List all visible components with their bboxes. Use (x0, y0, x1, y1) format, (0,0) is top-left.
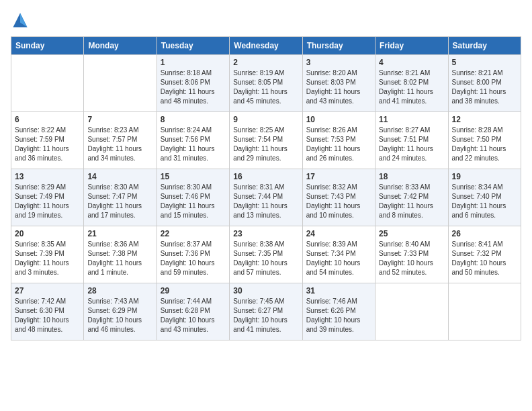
day-info: Sunrise: 8:38 AM Sunset: 7:35 PM Dayligh… (233, 240, 298, 277)
day-number: 9 (233, 115, 298, 124)
calendar-cell: 22Sunrise: 8:37 AM Sunset: 7:36 PM Dayli… (157, 226, 229, 283)
day-number: 28 (87, 286, 152, 295)
header-monday: Monday (84, 37, 157, 55)
calendar-week-3: 13Sunrise: 8:29 AM Sunset: 7:49 PM Dayli… (11, 169, 521, 226)
calendar-cell: 2Sunrise: 8:19 AM Sunset: 8:05 PM Daylig… (230, 55, 302, 112)
day-info: Sunrise: 7:42 AM Sunset: 6:30 PM Dayligh… (15, 297, 80, 334)
calendar-cell: 13Sunrise: 8:29 AM Sunset: 7:49 PM Dayli… (11, 169, 84, 226)
header-saturday: Saturday (448, 37, 521, 55)
calendar-cell: 18Sunrise: 8:33 AM Sunset: 7:42 PM Dayli… (375, 169, 448, 226)
day-number: 14 (87, 172, 152, 181)
day-info: Sunrise: 8:40 AM Sunset: 7:33 PM Dayligh… (379, 240, 444, 277)
day-number: 25 (379, 229, 444, 238)
day-number: 2 (233, 58, 298, 67)
day-info: Sunrise: 8:27 AM Sunset: 7:51 PM Dayligh… (379, 126, 444, 163)
calendar-cell (375, 283, 448, 340)
calendar-cell: 26Sunrise: 8:41 AM Sunset: 7:32 PM Dayli… (448, 226, 521, 283)
day-number: 20 (15, 229, 80, 238)
calendar-cell (84, 55, 157, 112)
day-info: Sunrise: 8:19 AM Sunset: 8:05 PM Dayligh… (233, 68, 298, 106)
day-info: Sunrise: 8:18 AM Sunset: 8:06 PM Dayligh… (161, 68, 226, 106)
calendar-week-5: 27Sunrise: 7:42 AM Sunset: 6:30 PM Dayli… (11, 283, 521, 340)
day-number: 30 (233, 286, 298, 295)
day-info: Sunrise: 7:45 AM Sunset: 6:27 PM Dayligh… (233, 297, 298, 334)
day-info: Sunrise: 8:29 AM Sunset: 7:49 PM Dayligh… (15, 183, 80, 220)
day-number: 8 (161, 115, 226, 124)
calendar-cell: 19Sunrise: 8:34 AM Sunset: 7:40 PM Dayli… (448, 169, 521, 226)
day-number: 1 (161, 58, 226, 67)
calendar-cell: 5Sunrise: 8:21 AM Sunset: 8:00 PM Daylig… (448, 55, 521, 112)
day-number: 18 (379, 172, 444, 181)
logo (11, 11, 32, 30)
day-number: 13 (15, 172, 80, 181)
day-info: Sunrise: 7:44 AM Sunset: 6:28 PM Dayligh… (161, 297, 226, 334)
day-number: 24 (306, 229, 371, 238)
calendar-cell: 14Sunrise: 8:30 AM Sunset: 7:47 PM Dayli… (84, 169, 157, 226)
calendar-cell: 21Sunrise: 8:36 AM Sunset: 7:38 PM Dayli… (84, 226, 157, 283)
day-info: Sunrise: 8:33 AM Sunset: 7:42 PM Dayligh… (379, 183, 444, 220)
day-number: 22 (161, 229, 226, 238)
calendar-cell: 16Sunrise: 8:31 AM Sunset: 7:44 PM Dayli… (230, 169, 302, 226)
calendar-cell: 25Sunrise: 8:40 AM Sunset: 7:33 PM Dayli… (375, 226, 448, 283)
calendar-cell: 17Sunrise: 8:32 AM Sunset: 7:43 PM Dayli… (302, 169, 375, 226)
day-number: 11 (379, 115, 444, 124)
calendar-cell: 8Sunrise: 8:24 AM Sunset: 7:56 PM Daylig… (157, 112, 229, 169)
calendar-cell: 7Sunrise: 8:23 AM Sunset: 7:57 PM Daylig… (84, 112, 157, 169)
calendar-cell: 15Sunrise: 8:30 AM Sunset: 7:46 PM Dayli… (157, 169, 229, 226)
calendar-cell: 9Sunrise: 8:25 AM Sunset: 7:54 PM Daylig… (230, 112, 302, 169)
calendar-week-1: 1Sunrise: 8:18 AM Sunset: 8:06 PM Daylig… (11, 55, 521, 112)
day-number: 26 (452, 229, 517, 238)
day-info: Sunrise: 8:23 AM Sunset: 7:57 PM Dayligh… (87, 126, 152, 163)
day-info: Sunrise: 8:32 AM Sunset: 7:43 PM Dayligh… (306, 183, 371, 220)
day-number: 10 (306, 115, 371, 124)
day-number: 21 (87, 229, 152, 238)
day-info: Sunrise: 8:25 AM Sunset: 7:54 PM Dayligh… (233, 126, 298, 163)
day-info: Sunrise: 8:41 AM Sunset: 7:32 PM Dayligh… (452, 240, 517, 277)
calendar-cell: 1Sunrise: 8:18 AM Sunset: 8:06 PM Daylig… (157, 55, 229, 112)
day-info: Sunrise: 8:26 AM Sunset: 7:53 PM Dayligh… (306, 126, 371, 163)
day-info: Sunrise: 8:36 AM Sunset: 7:38 PM Dayligh… (87, 240, 152, 277)
day-number: 16 (233, 172, 298, 181)
page-header (11, 11, 521, 30)
calendar-cell: 29Sunrise: 7:44 AM Sunset: 6:28 PM Dayli… (157, 283, 229, 340)
day-number: 5 (452, 58, 517, 67)
day-number: 6 (15, 115, 80, 124)
day-info: Sunrise: 8:28 AM Sunset: 7:50 PM Dayligh… (452, 126, 517, 163)
day-number: 7 (87, 115, 152, 124)
day-info: Sunrise: 8:22 AM Sunset: 7:59 PM Dayligh… (15, 126, 80, 163)
calendar-cell: 30Sunrise: 7:45 AM Sunset: 6:27 PM Dayli… (230, 283, 302, 340)
calendar-header-row: SundayMondayTuesdayWednesdayThursdayFrid… (11, 37, 521, 55)
day-number: 29 (161, 286, 226, 295)
day-number: 15 (161, 172, 226, 181)
day-info: Sunrise: 8:30 AM Sunset: 7:47 PM Dayligh… (87, 183, 152, 220)
calendar-cell: 10Sunrise: 8:26 AM Sunset: 7:53 PM Dayli… (302, 112, 375, 169)
calendar-cell: 20Sunrise: 8:35 AM Sunset: 7:39 PM Dayli… (11, 226, 84, 283)
day-info: Sunrise: 8:34 AM Sunset: 7:40 PM Dayligh… (452, 183, 517, 220)
day-info: Sunrise: 8:35 AM Sunset: 7:39 PM Dayligh… (15, 240, 80, 277)
day-info: Sunrise: 8:31 AM Sunset: 7:44 PM Dayligh… (233, 183, 298, 220)
day-info: Sunrise: 8:21 AM Sunset: 8:02 PM Dayligh… (379, 68, 444, 106)
header-friday: Friday (375, 37, 448, 55)
calendar-week-2: 6Sunrise: 8:22 AM Sunset: 7:59 PM Daylig… (11, 112, 521, 169)
calendar-table: SundayMondayTuesdayWednesdayThursdayFrid… (11, 36, 521, 340)
day-number: 4 (379, 58, 444, 67)
header-wednesday: Wednesday (230, 37, 302, 55)
day-info: Sunrise: 8:21 AM Sunset: 8:00 PM Dayligh… (452, 68, 517, 106)
calendar-cell: 4Sunrise: 8:21 AM Sunset: 8:02 PM Daylig… (375, 55, 448, 112)
header-thursday: Thursday (302, 37, 375, 55)
calendar-cell (11, 55, 84, 112)
calendar-cell: 3Sunrise: 8:20 AM Sunset: 8:03 PM Daylig… (302, 55, 375, 112)
day-info: Sunrise: 8:20 AM Sunset: 8:03 PM Dayligh… (306, 68, 371, 106)
day-number: 3 (306, 58, 371, 67)
day-number: 19 (452, 172, 517, 181)
header-sunday: Sunday (11, 37, 84, 55)
calendar-cell: 31Sunrise: 7:46 AM Sunset: 6:26 PM Dayli… (302, 283, 375, 340)
calendar-cell: 27Sunrise: 7:42 AM Sunset: 6:30 PM Dayli… (11, 283, 84, 340)
day-info: Sunrise: 8:39 AM Sunset: 7:34 PM Dayligh… (306, 240, 371, 277)
header-tuesday: Tuesday (157, 37, 229, 55)
day-info: Sunrise: 8:37 AM Sunset: 7:36 PM Dayligh… (161, 240, 226, 277)
day-info: Sunrise: 8:24 AM Sunset: 7:56 PM Dayligh… (161, 126, 226, 163)
calendar-week-4: 20Sunrise: 8:35 AM Sunset: 7:39 PM Dayli… (11, 226, 521, 283)
calendar-cell: 6Sunrise: 8:22 AM Sunset: 7:59 PM Daylig… (11, 112, 84, 169)
day-number: 12 (452, 115, 517, 124)
